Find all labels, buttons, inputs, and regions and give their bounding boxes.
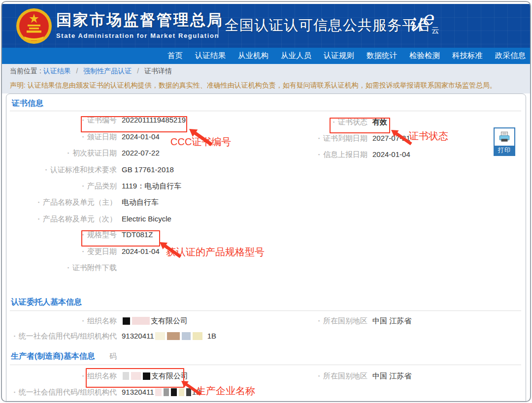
redaction-block	[155, 332, 165, 340]
nav-item-agencies[interactable]: 从业机构	[238, 51, 268, 61]
bullet-icon: ▪	[38, 217, 39, 221]
redaction-block	[155, 388, 162, 396]
logo-yun: 云	[432, 26, 439, 34]
field-label: 产品名称及单元（主）	[43, 198, 117, 206]
field-label: 变更日期	[87, 247, 117, 255]
breadcrumb: 当前位置 : 认证结果 / 强制性产品认证 / 证书详情	[10, 67, 172, 76]
bullet-icon: ▪	[318, 152, 320, 157]
field-row-applicant-org-name: ▪组织名称支有限公司	[122, 315, 188, 326]
breadcrumb-link-cert-results[interactable]: 认证结果	[43, 67, 71, 75]
agency-title-block: 国家市场监督管理总局 State Administration for Mark…	[56, 10, 224, 39]
breadcrumb-label: 当前位置 :	[10, 67, 41, 75]
field-label: 产品类别	[87, 182, 117, 190]
bullet-icon: ▪	[14, 390, 15, 395]
field-row-product-category: ▪产品类别1119：电动自行车	[122, 181, 181, 191]
breadcrumb-current: 证书详情	[144, 67, 172, 75]
section-divider	[10, 111, 521, 111]
bullet-icon: ▪	[67, 265, 69, 270]
printer-icon	[495, 128, 514, 146]
field-value: 2022-07-22	[122, 149, 160, 157]
section-divider	[10, 310, 521, 311]
field-value: Electric Bicycle	[122, 215, 171, 223]
main-nav: 首页 认证结果 从业机构 从业人员 认证规则 数据统计 检验检测 科技标准 政采…	[2, 48, 530, 64]
annotation-model: 获认证的产品规格型号	[166, 246, 265, 259]
nav-item-procurement[interactable]: 政采信息	[495, 51, 526, 61]
field-value: 中国 江苏省	[372, 316, 411, 325]
bullet-icon: ▪	[82, 318, 84, 323]
section-title-applicant: 认证委托人基本信息	[11, 297, 82, 308]
annotation-cert-no: CCC证书编号	[170, 135, 231, 149]
disclaimer-text: 声明: 认证结果信息由颁发证书的认证机构提供，数据的真实性、准确性由认证机构负责…	[10, 81, 497, 90]
nav-item-personnel[interactable]: 从业人员	[281, 51, 311, 61]
agency-subtitle: State Administration for Market Regulati…	[56, 32, 224, 39]
bullet-icon: ▪	[67, 151, 69, 155]
field-row-manufacturer-region: ▪所在国别地区中国 江苏省	[372, 371, 411, 381]
field-label: 证书附件下载	[72, 263, 117, 272]
bullet-icon: ▪	[82, 373, 84, 378]
section-title-manufacturer: 生产者(制造商)基本信息	[11, 351, 95, 362]
page-frame: 国家市场监督管理总局 State Administration for Mark…	[1, 1, 531, 402]
bullet-icon: ▪	[318, 373, 320, 378]
field-value: 中国 江苏省	[372, 372, 411, 380]
nav-item-inspection[interactable]: 检验检测	[409, 51, 440, 61]
print-button[interactable]: 打印	[494, 127, 515, 156]
redaction-block	[164, 388, 169, 396]
field-row-applicant-region: ▪所在国别地区中国 江苏省	[372, 315, 411, 326]
field-label: 统一社会信用代码/组织机构代	[19, 332, 117, 340]
highlight-box-status	[330, 118, 390, 133]
bullet-icon: ▪	[82, 134, 84, 139]
field-value-prefix: 91320411	[122, 388, 154, 396]
annotation-manufacturer: 生产企业名称	[196, 384, 255, 398]
banner-divider	[218, 16, 219, 37]
field-label: 产品名称及单元（次）	[43, 215, 117, 223]
field-value-suffix: 1B	[207, 332, 216, 340]
field-value: 1119：电动自行车	[122, 182, 181, 190]
section-title-certificate: 证书信息	[12, 98, 43, 109]
breadcrumb-link-ccc[interactable]: 强制性产品认证	[83, 67, 132, 75]
field-row-applicant-credit-code: ▪统一社会信用代码/组织机构代913204111B	[122, 331, 216, 341]
bullet-icon: ▪	[318, 136, 320, 141]
bullet-icon: ▪	[82, 184, 84, 188]
field-value: 2024-01-04	[122, 247, 160, 255]
redaction-block	[132, 317, 150, 325]
field-value: 2024-01-04	[122, 132, 160, 141]
highlight-box-model	[81, 230, 160, 247]
nav-item-statistics[interactable]: 数据统计	[366, 51, 397, 61]
bullet-icon: ▪	[45, 167, 47, 172]
field-row-standard: ▪认证标准和技术要求GB 17761-2018	[122, 164, 174, 175]
field-row-product-name-main: ▪产品名称及单元（主）电动自行车	[122, 197, 159, 208]
field-row-issue-date: ▪颁证日期2024-01-04	[122, 131, 160, 142]
field-value-prefix: 91320411	[122, 332, 154, 340]
agency-title: 国家市场监督管理总局	[56, 10, 224, 31]
breadcrumb-separator: /	[137, 67, 139, 75]
nav-item-cert-rules[interactable]: 认证规则	[324, 51, 354, 61]
field-value: 2024-01-04	[372, 150, 410, 158]
section-divider	[10, 365, 521, 365]
nav-item-home[interactable]: 首页	[167, 51, 183, 61]
redaction-block	[182, 332, 191, 340]
field-label: 组织名称	[87, 316, 117, 325]
field-value: 电动自行车	[122, 198, 159, 206]
redaction-block	[123, 317, 130, 325]
highlight-box-manufacturer	[86, 368, 184, 388]
field-label: 统一社会信用代码/组织机构代	[19, 388, 117, 396]
field-label: 认证标准和技术要求	[50, 165, 117, 174]
annotation-status: 证书状态	[409, 129, 448, 143]
redaction-block	[167, 332, 180, 340]
field-label: 颁证日期	[87, 132, 117, 141]
field-label: 证书到期日期	[323, 134, 367, 142]
bullet-icon: ▪	[14, 334, 15, 339]
field-label: 所在国别地区	[323, 316, 367, 325]
field-row-first-issue-date: ▪初次获证日期2022-07-22	[122, 148, 160, 158]
bullet-icon: ▪	[38, 200, 39, 205]
site-banner: 国家市场监督管理总局 State Administration for Mark…	[2, 4, 530, 48]
nav-item-cert-results[interactable]: 认证结果	[195, 51, 226, 61]
ren-e-cloud-logo-icon: 认e云	[410, 11, 443, 34]
platform-title: 全国认证认可信息公共服务平台	[225, 16, 432, 35]
field-value: GB 17761-2018	[122, 165, 174, 174]
field-label: 所在国别地区	[323, 372, 367, 380]
bullet-icon: ▪	[318, 318, 320, 323]
nav-item-standards[interactable]: 科技标准	[452, 51, 483, 61]
highlight-box-cert-no	[81, 116, 187, 132]
field-value: 支有限公司	[151, 316, 188, 325]
